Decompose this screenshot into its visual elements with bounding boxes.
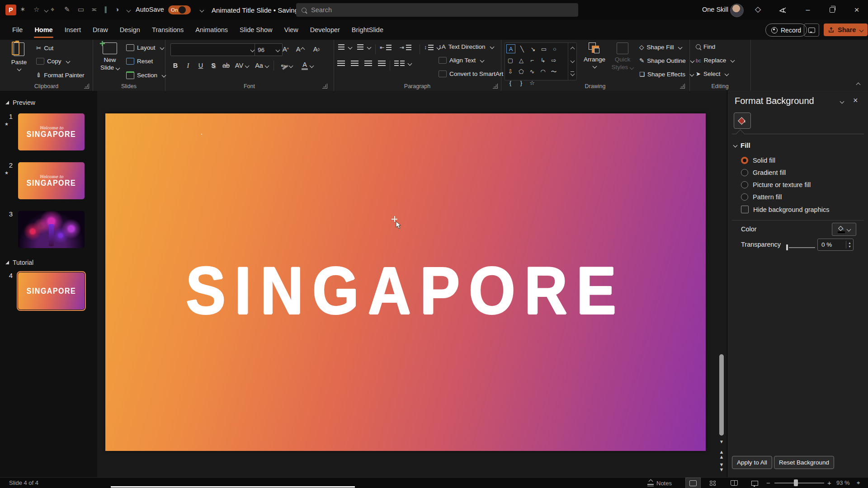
solid-fill-radio[interactable]: Solid fill bbox=[741, 157, 775, 164]
transparency-spinner[interactable]: 0 % ▲▼ bbox=[817, 239, 854, 251]
pane-close-icon[interactable]: × bbox=[853, 96, 858, 105]
qat-dropdown-chevron-icon[interactable] bbox=[127, 8, 131, 13]
tab-design[interactable]: Design bbox=[114, 20, 146, 40]
shape-outline-button[interactable]: ✎ Shape Outline bbox=[639, 57, 694, 64]
distribute-icon[interactable]: ∥ bbox=[104, 5, 108, 14]
section-header-tutorial[interactable]: Tutorial bbox=[5, 259, 33, 266]
next-slide-button[interactable]: ▼▼ bbox=[718, 462, 725, 472]
align-objects-icon[interactable]: ≍ bbox=[91, 5, 97, 14]
shape-line[interactable]: ╲ bbox=[517, 43, 528, 55]
zoom-slider-thumb[interactable] bbox=[794, 479, 798, 486]
shape-oval[interactable]: ○ bbox=[549, 43, 560, 55]
tab-developer[interactable]: Developer bbox=[304, 20, 346, 40]
tab-transitions[interactable]: Transitions bbox=[146, 20, 189, 40]
text-shadow-button[interactable]: S bbox=[208, 60, 219, 71]
change-case-button[interactable]: Aa bbox=[254, 60, 270, 71]
arrange-button[interactable]: Arrange bbox=[581, 42, 608, 68]
animation-preview-icon[interactable]: ✶ bbox=[20, 5, 26, 14]
zoom-percentage[interactable]: 93 % bbox=[836, 479, 850, 486]
tab-file[interactable]: File bbox=[6, 20, 28, 40]
shape-right-arrow[interactable]: ⇨ bbox=[548, 55, 559, 66]
new-slide-button[interactable]: New Slide bbox=[98, 42, 122, 72]
reset-background-button[interactable]: Reset Background bbox=[774, 456, 834, 469]
font-dialog-launcher[interactable] bbox=[322, 84, 327, 89]
star-icon[interactable]: ☆ bbox=[33, 5, 39, 14]
share-button[interactable]: Share bbox=[824, 23, 868, 36]
shape-gallery-up-button[interactable] bbox=[570, 47, 575, 51]
search-input[interactable]: Search bbox=[296, 3, 578, 17]
slide-sorter-view-button[interactable] bbox=[706, 478, 719, 488]
draw-pen-icon[interactable]: ✎ bbox=[64, 5, 70, 14]
slide-thumbnail-1[interactable]: Welcome to SINGAPORE bbox=[18, 113, 85, 150]
slide-indicator[interactable]: Slide 4 of 4 bbox=[9, 479, 38, 486]
comments-button[interactable] bbox=[804, 23, 819, 37]
notes-button[interactable]: Notes bbox=[647, 478, 672, 488]
transparency-slider-thumb[interactable] bbox=[786, 244, 788, 250]
paragraph-dialog-launcher[interactable] bbox=[493, 84, 498, 89]
pane-chevron-icon[interactable] bbox=[840, 99, 844, 104]
paste-button[interactable]: Paste bbox=[8, 42, 30, 70]
normal-view-button[interactable] bbox=[685, 478, 701, 488]
tab-insert[interactable]: Insert bbox=[59, 20, 87, 40]
decrease-indent-button[interactable]: ⇤ bbox=[380, 44, 392, 51]
slide-thumbnail-3[interactable] bbox=[18, 211, 85, 248]
autosave-toggle[interactable]: On bbox=[168, 5, 191, 14]
shape-curve[interactable]: 〜 bbox=[548, 66, 559, 77]
align-text-button[interactable]: Align Text bbox=[439, 57, 484, 64]
slide-thumbnail-4[interactable]: SINGAPORE bbox=[18, 272, 85, 310]
section-button[interactable]: Section bbox=[126, 71, 165, 79]
reading-view-button[interactable] bbox=[727, 478, 741, 488]
shape-scribble[interactable]: ∿ bbox=[527, 66, 538, 77]
vertical-scrollbar-thumb[interactable] bbox=[719, 354, 724, 436]
select-button[interactable]: ➤ Select bbox=[696, 70, 728, 77]
clipboard-dialog-launcher[interactable] bbox=[84, 84, 89, 89]
line-spacing-button[interactable]: ↕ bbox=[424, 44, 440, 51]
tab-slide-show[interactable]: Slide Show bbox=[234, 20, 278, 40]
format-painter-button[interactable]: ✐ Format Painter bbox=[36, 71, 85, 79]
scroll-down-arrow-icon[interactable]: ▼ bbox=[718, 440, 725, 444]
shape-gallery-more-button[interactable] bbox=[571, 71, 574, 76]
shape-effects-button[interactable]: ❏ Shape Effects bbox=[639, 70, 693, 78]
shape-rectangle[interactable]: ▭ bbox=[538, 43, 549, 55]
picture-texture-fill-radio[interactable]: Picture or texture fill bbox=[741, 181, 811, 188]
character-spacing-button[interactable]: AV bbox=[234, 60, 250, 71]
quick-styles-button[interactable]: Quick Styles bbox=[609, 42, 636, 71]
columns-button[interactable] bbox=[394, 61, 411, 66]
shape-arrow[interactable]: ↘ bbox=[528, 43, 538, 55]
shape-freeform[interactable]: ⬠ bbox=[516, 66, 527, 77]
increase-font-size-button[interactable]: A^ bbox=[280, 43, 292, 55]
slide-frame-icon[interactable]: ▭ bbox=[78, 5, 84, 14]
shape-arc[interactable]: ◠ bbox=[538, 66, 548, 77]
cut-button[interactable]: ✂Cut bbox=[36, 44, 53, 52]
previous-slide-button[interactable]: ▲▲ bbox=[718, 450, 725, 460]
apply-to-all-button[interactable]: Apply to All bbox=[732, 456, 772, 469]
pattern-fill-radio[interactable]: Pattern fill bbox=[741, 193, 782, 201]
zoom-in-button[interactable]: + bbox=[827, 479, 831, 487]
premium-diamond-icon[interactable]: ◇ bbox=[755, 5, 761, 14]
powerpoint-logo-icon[interactable]: P bbox=[5, 5, 16, 15]
slide-title-text[interactable]: SINGAPORE bbox=[105, 253, 706, 329]
align-left-button[interactable] bbox=[337, 61, 345, 66]
fill-section-header[interactable]: Fill bbox=[734, 141, 750, 149]
zoom-out-button[interactable]: − bbox=[766, 479, 770, 487]
close-button[interactable]: × bbox=[850, 3, 863, 17]
find-button[interactable]: Find bbox=[696, 43, 715, 50]
decrease-font-size-button[interactable]: A bbox=[294, 43, 306, 55]
copy-button[interactable]: Copy bbox=[36, 58, 70, 65]
megaphone-icon[interactable] bbox=[778, 5, 788, 14]
gradient-fill-radio[interactable]: Gradient fill bbox=[741, 169, 786, 176]
clear-formatting-button[interactable]: A◊ bbox=[311, 43, 322, 55]
font-name-combo[interactable] bbox=[170, 43, 257, 56]
zoom-slider-track[interactable] bbox=[774, 483, 824, 483]
font-size-combo[interactable]: 96 bbox=[255, 43, 283, 56]
spinner-arrows-icon[interactable]: ▲▼ bbox=[846, 241, 853, 249]
shape-triangle[interactable]: △ bbox=[516, 55, 527, 66]
tab-draw[interactable]: Draw bbox=[87, 20, 114, 40]
record-button[interactable]: Record bbox=[765, 23, 807, 37]
slide-canvas[interactable]: SINGAPORE bbox=[105, 113, 706, 451]
shape-gallery-down-button[interactable] bbox=[570, 59, 575, 63]
underline-button[interactable]: U bbox=[195, 60, 207, 71]
minimize-button[interactable]: – bbox=[801, 3, 815, 17]
section-header-preview[interactable]: Preview bbox=[5, 99, 35, 106]
autosave-chevron-icon[interactable] bbox=[200, 8, 204, 13]
